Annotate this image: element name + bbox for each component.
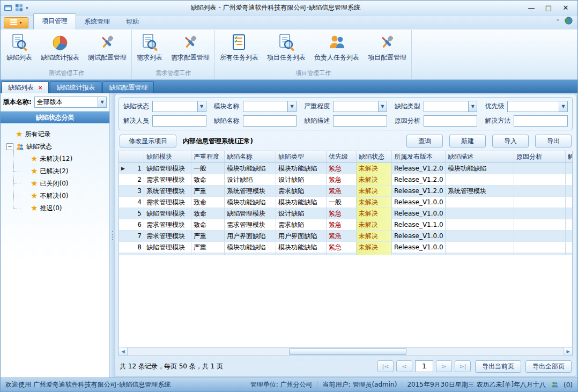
import-button[interactable]: 导入 bbox=[492, 135, 529, 147]
ribbon-tab-row: ▾ 项目管理系统管理帮助 ⌃ bbox=[1, 16, 577, 29]
column-header-缺陷状态[interactable]: 缺陷状态 bbox=[357, 151, 392, 162]
tree-item-不解决(0)[interactable]: ★不解决(0) bbox=[13, 190, 107, 202]
export-button[interactable]: 导出 bbox=[535, 135, 572, 147]
filter-input-解决方法[interactable] bbox=[514, 115, 568, 127]
column-header-所属发布版本[interactable]: 所属发布版本 bbox=[392, 151, 446, 162]
ribbon-button-缺陷列表[interactable]: 缺陷列表 bbox=[2, 30, 36, 62]
collapse-ribbon-icon[interactable]: ⌃ bbox=[555, 18, 560, 25]
cell-status: 未解决 bbox=[357, 186, 392, 196]
tools-icon bbox=[98, 33, 116, 51]
scroll-right-icon[interactable]: ▶ bbox=[564, 347, 572, 356]
ribbon-tab-帮助[interactable]: 帮助 bbox=[118, 14, 147, 29]
table-row-5[interactable]: 5缺陷管理模块致命缺陷管理模块设计缺陷紧急未解决Release_V1.0.0 bbox=[119, 208, 572, 219]
filter-label-原因分析: 原因分析 bbox=[395, 116, 420, 125]
ribbon-button-需求列表[interactable]: 需求列表 bbox=[132, 30, 167, 62]
query-button[interactable]: 查询 bbox=[406, 135, 443, 147]
skin-selector-icon[interactable] bbox=[565, 17, 573, 26]
tree-item-已关闭(0)[interactable]: ★已关闭(0) bbox=[13, 177, 107, 190]
column-header-缺陷名称[interactable]: 缺陷名称 bbox=[225, 151, 276, 162]
column-header-解决方法[interactable]: 解决方法 bbox=[566, 151, 573, 162]
tools-icon bbox=[181, 33, 199, 51]
filter-select-模块名称[interactable]: ▼ bbox=[243, 101, 297, 112]
table-row-3[interactable]: 3系统管理模块严重系统管理模块需求缺陷紧急未解决Release_V1.2.0系统… bbox=[119, 186, 572, 197]
splitter-handle[interactable] bbox=[110, 93, 115, 378]
version-select-value: 全部版本 bbox=[35, 98, 98, 107]
export-current-page-button[interactable]: 导出当前页 bbox=[475, 360, 521, 373]
document-tab-缺陷统计报表[interactable]: 缺陷统计报表 bbox=[50, 82, 101, 93]
column-header-严重程度[interactable]: 严重程度 bbox=[191, 151, 225, 162]
page-number-input[interactable]: 1 bbox=[415, 360, 433, 372]
status-bar-right: 管理单位: 广州分公司 当前用户: 管理员(admin) 2015年9月30日星… bbox=[250, 380, 573, 389]
row-indicator-cell: 5 bbox=[119, 208, 144, 219]
minimize-button[interactable]: — bbox=[523, 2, 540, 14]
close-button[interactable]: ✕ bbox=[557, 2, 574, 14]
filter-input-缺陷名称[interactable] bbox=[243, 115, 297, 127]
filter-select-缺陷类型[interactable]: ▼ bbox=[424, 101, 478, 112]
current-row-arrow-icon: ▶ bbox=[121, 166, 125, 171]
table-row-8[interactable]: 8缺陷管理模块严重模块功能缺陷模块功能缺陷紧急未解决Release_V1.0.0 bbox=[119, 242, 572, 253]
version-select[interactable]: 全部版本 ▼ bbox=[34, 97, 107, 108]
tree-item-推迟(0)[interactable]: ★推迟(0) bbox=[13, 202, 107, 215]
next-page-button[interactable]: > bbox=[436, 360, 452, 372]
last-page-button[interactable]: >| bbox=[455, 360, 471, 372]
filter-input-缺陷描述[interactable] bbox=[333, 115, 387, 127]
document-tab-缺陷配置管理[interactable]: 缺陷配置管理 bbox=[102, 82, 154, 93]
horizontal-scrollbar[interactable]: ◀ ▶ bbox=[119, 347, 572, 356]
close-tab-icon[interactable]: × bbox=[38, 85, 42, 91]
column-header-优先级[interactable]: 优先级 bbox=[327, 151, 357, 162]
ribbon-tab-系统管理[interactable]: 系统管理 bbox=[76, 14, 118, 29]
filter-select-优先级[interactable]: ▼ bbox=[507, 101, 568, 112]
collapse-box-icon[interactable]: − bbox=[6, 143, 13, 150]
ribbon-button-测试配置管理[interactable]: 测试配置管理 bbox=[84, 30, 131, 62]
scrollbar-thumb[interactable] bbox=[289, 348, 407, 355]
ribbon-button-需求配置管理[interactable]: 需求配置管理 bbox=[167, 30, 214, 62]
table-row-1[interactable]: ▶1缺陷管理模块一般模块功能缺陷模块功能缺陷紧急未解决Release_V1.2.… bbox=[119, 163, 572, 174]
scroll-left-icon[interactable]: ◀ bbox=[119, 347, 128, 356]
cell-solution bbox=[566, 208, 572, 219]
document-tab-缺陷列表[interactable]: 缺陷列表× bbox=[2, 82, 49, 93]
ribbon-button-所有任务列表[interactable]: 所有任务列表 bbox=[216, 30, 263, 62]
export-all-pages-button[interactable]: 导出全部页 bbox=[525, 360, 572, 373]
table-row-7[interactable]: 7需求管理模块严重用户界面缺陷用户界面缺陷紧急未解决Release_V1.0.0 bbox=[119, 231, 572, 242]
tree-item-所有记录[interactable]: ★所有记录 bbox=[3, 128, 107, 140]
new-button[interactable]: 新建 bbox=[449, 135, 486, 147]
ribbon-tab-项目管理[interactable]: 项目管理 bbox=[33, 13, 76, 29]
cell-severity: 致命 bbox=[191, 197, 225, 208]
ribbon-button-label: 项目配置管理 bbox=[368, 53, 406, 62]
modify-columns-button[interactable]: 修改显示项目 bbox=[120, 135, 176, 147]
ribbon-button-项目配置管理[interactable]: 项目配置管理 bbox=[364, 30, 411, 62]
prev-page-button[interactable]: < bbox=[396, 360, 412, 372]
first-page-button[interactable]: |< bbox=[377, 360, 394, 372]
filter-select-严重程度[interactable]: ▼ bbox=[333, 101, 387, 112]
table-row-2[interactable]: 2需求管理模块致命设计缺陷设计缺陷紧急未解决Release_V1.2.0 bbox=[119, 174, 572, 186]
filter-input-原因分析[interactable] bbox=[424, 115, 478, 127]
column-header-原因分析[interactable]: 原因分析 bbox=[514, 151, 566, 162]
cell-module: 需求管理模块 bbox=[144, 174, 191, 185]
ribbon-button-负责人任务列表[interactable]: 负责人任务列表 bbox=[310, 30, 364, 62]
ribbon-button-缺陷统计报表[interactable]: 缺陷统计报表 bbox=[36, 30, 84, 62]
document-tab-label: 缺陷统计报表 bbox=[56, 83, 95, 92]
table-row-6[interactable]: 6需求管理模块致命需求管理模块需求缺陷紧急未解决Release_V1.1.0 bbox=[119, 219, 572, 231]
tree-item-未解决(12)[interactable]: ★未解决(12) bbox=[13, 153, 107, 165]
ribbon-group: 所有任务列表项目任务列表负责人任务列表项目配置管理项目管理工作 bbox=[215, 30, 412, 79]
cell-analysis bbox=[514, 208, 566, 219]
tree-item-缺陷状态[interactable]: −缺陷状态 bbox=[3, 140, 107, 153]
document-tab-label: 缺陷列表 bbox=[8, 83, 34, 92]
filter-input-解决人员[interactable] bbox=[152, 115, 206, 127]
tree-item-已解决(2)[interactable]: ★已解决(2) bbox=[13, 165, 107, 177]
scrollbar-track[interactable] bbox=[128, 347, 564, 356]
chevron-down-icon: ▼ bbox=[98, 97, 106, 107]
column-header-缺陷类型[interactable]: 缺陷类型 bbox=[276, 151, 327, 162]
cell-priority: 紧急 bbox=[327, 174, 357, 185]
table-row-4[interactable]: 4需求管理模块致命模块功能缺陷模块功能缺陷一般未解决Release_V1.0.0 bbox=[119, 197, 572, 208]
window-layout-icon[interactable] bbox=[15, 4, 23, 12]
column-header-缺陷描述[interactable]: 缺陷描述 bbox=[446, 151, 514, 162]
maximize-button[interactable]: □ bbox=[540, 2, 557, 14]
filter-label-缺陷状态: 缺陷状态 bbox=[123, 102, 149, 111]
column-header-缺陷模块[interactable]: 缺陷模块 bbox=[144, 151, 191, 162]
sidebar-header: 缺陷状态分类 bbox=[1, 111, 109, 123]
filter-select-缺陷状态[interactable]: ▼ bbox=[152, 101, 206, 112]
application-menu-button[interactable]: ▾ bbox=[4, 17, 28, 28]
app-logo-icon[interactable] bbox=[4, 4, 12, 12]
ribbon-button-项目任务列表[interactable]: 项目任务列表 bbox=[263, 30, 310, 62]
